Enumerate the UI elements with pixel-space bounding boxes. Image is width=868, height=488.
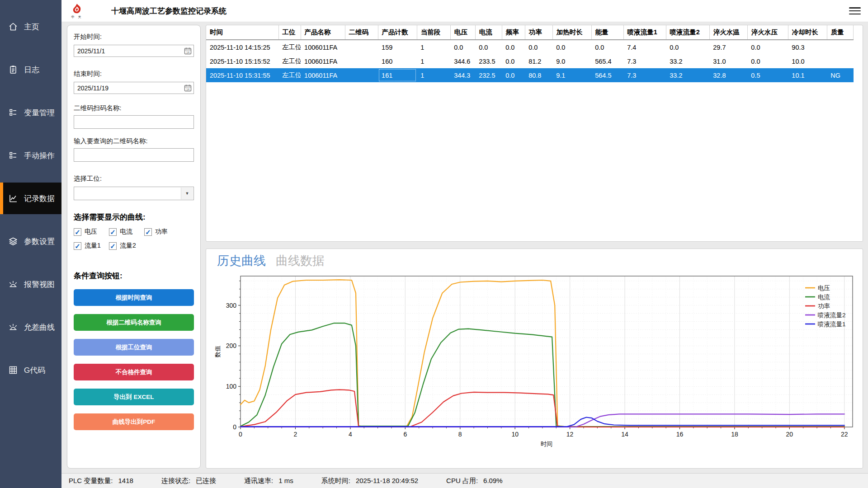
query-panel: 开始时间: 14 结束时间: 14 二维码扫码名称: 输入要查询的二维码名称: …	[67, 25, 201, 469]
table-cell: 31.0	[709, 54, 747, 68]
sidebar-item-tolerance-curve[interactable]: 允差曲线	[0, 311, 61, 343]
qr-name-query-button[interactable]: 根据二维码名称查询	[74, 314, 194, 331]
station-query-button[interactable]: 根据工位查询	[74, 339, 194, 356]
x-tick-label: 14	[621, 431, 628, 438]
qr-query-input[interactable]	[74, 148, 194, 162]
status-label: 系统时间:	[321, 477, 350, 485]
x-tick-label: 2	[294, 431, 297, 438]
column-header: 质量	[827, 25, 853, 40]
app-header: 中 天 十堰高周波工艺参数监控记录系统	[61, 0, 868, 22]
table-cell: 0.0	[450, 40, 475, 54]
sidebar-item-label: 主页	[24, 22, 39, 32]
curve-checkbox-current[interactable]: ✓电流	[109, 228, 144, 236]
column-header: 喷液流量2	[666, 25, 709, 40]
table-cell: NG	[827, 68, 853, 82]
table-cell: 0.0	[747, 40, 788, 54]
sidebar-item-log[interactable]: 日志	[0, 54, 61, 85]
status-value: 2025-11-18 20:49:52	[356, 477, 418, 485]
status-label: 连接状态:	[161, 477, 190, 485]
status-label: 通讯速率:	[244, 477, 273, 485]
table-row[interactable]: 2025-11-10 15:31:55左工位1006011FA1611344.3…	[206, 68, 854, 82]
curve-checkbox-power[interactable]: ✓功率	[144, 228, 179, 236]
x-axis-label: 时间	[541, 441, 552, 447]
table-row[interactable]: 2025-11-10 15:15:52左工位1006011FA1601344.6…	[206, 54, 854, 68]
table-cell: 81.2	[525, 54, 552, 68]
x-tick-label: 22	[841, 431, 848, 438]
table-cell: 233.5	[475, 54, 502, 68]
chevron-down-icon[interactable]: ▼	[181, 188, 193, 199]
qr-query-label: 输入要查询的二维码名称:	[74, 137, 194, 145]
menu-icon[interactable]	[849, 6, 861, 16]
table-cell: 32.8	[709, 68, 747, 82]
table-cell: 33.2	[666, 54, 709, 68]
tab-history-curve[interactable]: 历史曲线	[217, 253, 266, 269]
logo-text: 中 天	[71, 15, 83, 19]
table-cell: 左工位	[278, 54, 301, 68]
history-curve-chart: 02468101214161820220100200300数值时间电压电流功率喷…	[206, 269, 862, 453]
sidebar-item-label: G代码	[24, 365, 45, 375]
status-cpu-usage: CPU 占用:6.09%	[446, 477, 503, 485]
calendar-icon[interactable]: 14	[184, 47, 192, 55]
tab-curve-data[interactable]: 曲线数据	[276, 253, 325, 269]
layers-icon	[8, 236, 18, 246]
column-header: 能量	[591, 25, 623, 40]
column-header: 功率	[525, 25, 552, 40]
checkbox-icon: ✓	[74, 228, 81, 236]
calendar-icon[interactable]: 14	[184, 84, 192, 92]
sidebar-item-variable-management[interactable]: 变量管理	[0, 97, 61, 128]
plot-frame	[241, 276, 853, 427]
table-cell: 2025-11-10 15:15:52	[206, 54, 278, 68]
table-cell: 160	[378, 54, 417, 68]
table-cell: 0.0	[502, 68, 525, 82]
column-header: 频率	[502, 25, 525, 40]
check-mark-icon: ✓	[75, 229, 80, 235]
status-value: 1 ms	[278, 477, 293, 485]
table-cell: 33.2	[666, 68, 709, 82]
sidebar-item-parameter-settings[interactable]: 参数设置	[0, 225, 61, 257]
sidebar-item-label: 日志	[24, 65, 39, 75]
curve-checkbox-voltage[interactable]: ✓电压	[74, 228, 109, 236]
export-pdf-button[interactable]: 曲线导出到PDF	[74, 413, 194, 430]
time-query-button[interactable]: 根据时间查询	[74, 289, 194, 306]
sidebar-item-alarm-view[interactable]: 报警视图	[0, 268, 61, 300]
table-cell: 0.0	[747, 54, 788, 68]
query-buttons: 根据时间查询根据二维码名称查询根据工位查询不合格件查询导出到 EXCEL曲线导出…	[74, 289, 194, 430]
sidebar-item-label: 参数设置	[24, 236, 55, 247]
chart-tabs: 历史曲线 曲线数据	[206, 249, 863, 269]
x-tick-label: 16	[676, 431, 684, 438]
flame-logo-icon	[71, 3, 83, 15]
svg-text:14: 14	[186, 88, 190, 91]
end-time-label: 结束时间:	[74, 70, 194, 78]
table-cell: 1	[417, 54, 450, 68]
table-cell: 7.4	[623, 40, 666, 54]
curve-checkbox-flow1[interactable]: ✓流量1	[74, 242, 109, 250]
table-row[interactable]: 2025-11-10 14:15:25左工位1006011FA15910.00.…	[206, 40, 854, 54]
sidebar-item-home[interactable]: 主页	[0, 11, 61, 42]
column-header: 电压	[450, 25, 475, 40]
x-tick-label: 4	[349, 431, 352, 438]
active-accent-bar	[0, 183, 3, 214]
x-tick-label: 6	[403, 431, 407, 438]
table-cell: 0.0	[502, 40, 525, 54]
curve-checkbox-flow2[interactable]: ✓流量2	[109, 242, 144, 250]
legend-label: 喷液流量1	[818, 321, 846, 328]
x-tick-label: 0	[239, 431, 242, 438]
y-tick-label: 300	[226, 302, 237, 309]
sidebar-item-record-data[interactable]: 记录数据	[0, 183, 61, 214]
start-time-input[interactable]	[74, 45, 194, 57]
column-header: 加热时长	[552, 25, 591, 40]
table-cell: 7.3	[623, 68, 666, 82]
qr-scan-input[interactable]	[74, 115, 194, 129]
table-cell: 159	[378, 40, 417, 54]
export-excel-button[interactable]: 导出到 EXCEL	[74, 389, 194, 405]
sidebar-item-manual-operation[interactable]: 手动操作	[0, 140, 61, 171]
alarm-icon	[8, 279, 18, 289]
sidebar-item-gcode[interactable]: G代码	[0, 354, 61, 386]
table-cell: 1006011FA	[301, 54, 345, 68]
ng-query-button[interactable]: 不合格件查询	[74, 364, 194, 380]
table-cell: 10.1	[788, 68, 827, 82]
end-time-input[interactable]	[74, 82, 194, 94]
log-icon	[8, 65, 18, 75]
station-select[interactable]: ▼	[74, 187, 194, 200]
status-connection-status: 连接状态:已连接	[161, 477, 216, 485]
